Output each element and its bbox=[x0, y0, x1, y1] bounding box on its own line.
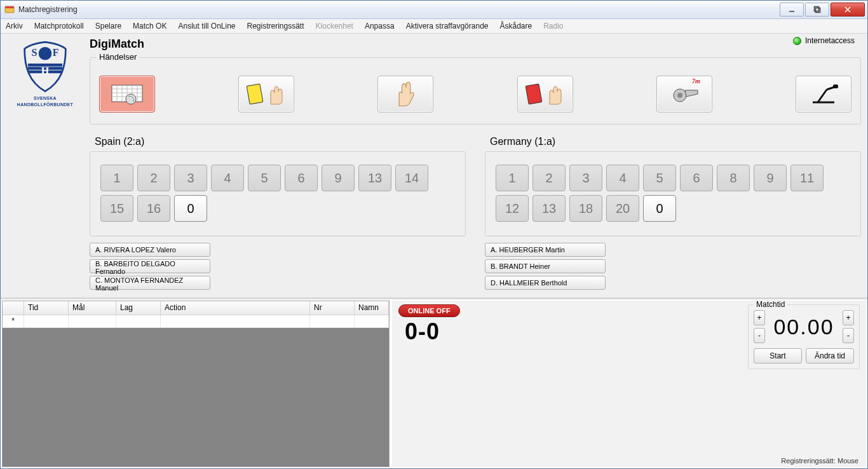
menu-anslut-till-online[interactable]: Anslut till OnLine bbox=[178, 22, 235, 31]
player-away-4[interactable]: 4 bbox=[606, 165, 639, 191]
svg-rect-1 bbox=[5, 6, 14, 8]
svg-rect-27 bbox=[833, 85, 838, 88]
svg-line-25 bbox=[818, 90, 827, 102]
menu-matchprotokoll[interactable]: Matchprotokoll bbox=[34, 22, 84, 31]
svg-text:H: H bbox=[41, 65, 50, 77]
event-other-button[interactable] bbox=[796, 76, 851, 112]
player-away-12[interactable]: 12 bbox=[496, 195, 529, 222]
menu-spelare[interactable]: Spelare bbox=[95, 22, 121, 31]
menu-registreringss-tt[interactable]: Registreringssätt bbox=[247, 22, 304, 31]
log-col-nr[interactable]: Nr bbox=[310, 301, 355, 315]
menu-klockenhet: Klockenhet bbox=[316, 22, 353, 31]
event-two-min-button[interactable] bbox=[377, 76, 433, 112]
seven-m-label: 7m bbox=[692, 78, 700, 85]
player-away-2[interactable]: 2 bbox=[532, 165, 566, 191]
logo-text-1: SVENSKA bbox=[7, 96, 83, 101]
event-seven-m-button[interactable]: 7m bbox=[656, 76, 712, 112]
log-col-mal[interactable]: Mål bbox=[69, 301, 116, 315]
start-button[interactable]: Start bbox=[754, 348, 802, 364]
menu-arkiv[interactable]: Arkiv bbox=[6, 22, 23, 31]
menu-radio: Radio bbox=[543, 22, 563, 31]
player-home-9[interactable]: 9 bbox=[322, 165, 355, 191]
menu--sk-dare[interactable]: Åskådare bbox=[499, 22, 532, 31]
event-goal-button[interactable] bbox=[99, 76, 155, 112]
federation-logo: S F H bbox=[17, 37, 74, 95]
log-col-tid[interactable]: Tid bbox=[24, 301, 69, 315]
team-away: Germany (1:a) 1234568911121318200 A. HEU… bbox=[485, 131, 861, 290]
svg-text:F: F bbox=[53, 47, 59, 58]
goal-icon bbox=[109, 83, 145, 105]
time-plus-right-button[interactable]: + bbox=[843, 310, 854, 325]
events-group: Händelser bbox=[90, 57, 861, 125]
svg-text:S: S bbox=[31, 47, 37, 58]
official-away-2[interactable]: D. HALLMEIER Berthold bbox=[485, 276, 606, 290]
events-group-label: Händelser bbox=[97, 52, 139, 62]
internet-status-icon bbox=[793, 37, 801, 45]
mic-icon bbox=[809, 83, 838, 105]
event-yellow-card-button[interactable] bbox=[238, 76, 294, 112]
official-home-0[interactable]: A. RIVERA LOPEZ Valero bbox=[90, 243, 210, 257]
menu-aktivera-straffavg-rande[interactable]: Aktivera straffavgörande bbox=[406, 22, 489, 31]
official-home-2[interactable]: C. MONTOYA FERNANDEZ Manuel bbox=[90, 276, 210, 290]
online-status-pill[interactable]: ONLINE OFF bbox=[398, 304, 460, 317]
team-away-name: Germany (1:a) bbox=[490, 136, 861, 147]
log-new-row-star: * bbox=[3, 315, 24, 328]
player-away-1[interactable]: 1 bbox=[496, 165, 529, 191]
close-button[interactable] bbox=[831, 3, 865, 17]
match-time-group: Matchtid + - 00.00 + - Start Ändra tid bbox=[748, 304, 860, 369]
svg-point-21 bbox=[126, 94, 136, 104]
player-home-2[interactable]: 2 bbox=[137, 165, 170, 191]
player-home-1[interactable]: 1 bbox=[100, 165, 133, 191]
red-card-icon bbox=[527, 83, 564, 105]
player-home-16[interactable]: 16 bbox=[137, 195, 170, 222]
svg-point-23 bbox=[677, 93, 682, 98]
log-row-new[interactable]: * bbox=[3, 315, 389, 328]
player-away-9[interactable]: 9 bbox=[754, 165, 787, 191]
player-away-5[interactable]: 5 bbox=[643, 165, 676, 191]
time-minus-left-button[interactable]: - bbox=[754, 328, 765, 343]
time-plus-left-button[interactable]: + bbox=[754, 310, 765, 325]
official-home-1[interactable]: B. BARBEITO DELGADO Fernando bbox=[90, 259, 210, 273]
player-home-4[interactable]: 4 bbox=[211, 165, 244, 191]
internet-status-label: Internetaccess bbox=[805, 36, 855, 45]
event-log: Tid Mål Lag Action Nr Namn * bbox=[2, 301, 390, 467]
svg-rect-4 bbox=[816, 8, 820, 13]
two-minute-icon bbox=[394, 79, 417, 109]
player-away-0[interactable]: 0 bbox=[643, 195, 676, 222]
player-home-14[interactable]: 14 bbox=[395, 165, 428, 191]
menu-anpassa[interactable]: Anpassa bbox=[365, 22, 395, 31]
log-col-row[interactable] bbox=[3, 301, 24, 315]
log-col-lag[interactable]: Lag bbox=[116, 301, 161, 315]
time-minus-right-button[interactable]: - bbox=[843, 328, 854, 343]
player-home-6[interactable]: 6 bbox=[285, 165, 318, 191]
player-away-6[interactable]: 6 bbox=[680, 165, 713, 191]
team-home-name: Spain (2:a) bbox=[95, 136, 466, 147]
maximize-button[interactable] bbox=[805, 3, 829, 17]
player-home-0[interactable]: 0 bbox=[174, 195, 207, 222]
match-clock: 00.00 bbox=[769, 315, 839, 339]
window-title: Matchregistrering bbox=[18, 5, 78, 14]
change-time-button[interactable]: Ändra tid bbox=[806, 348, 854, 364]
minimize-button[interactable] bbox=[780, 3, 804, 17]
whistle-icon bbox=[668, 84, 700, 105]
log-col-namn[interactable]: Namn bbox=[355, 301, 389, 315]
player-home-13[interactable]: 13 bbox=[358, 165, 391, 191]
player-away-3[interactable]: 3 bbox=[569, 165, 602, 191]
log-col-action[interactable]: Action bbox=[161, 301, 310, 315]
player-away-18[interactable]: 18 bbox=[569, 195, 602, 222]
player-away-8[interactable]: 8 bbox=[717, 165, 750, 191]
official-away-1[interactable]: B. BRANDT Heiner bbox=[485, 259, 606, 273]
registration-mode-label: Registreringssätt: Mouse bbox=[781, 457, 858, 465]
player-home-15[interactable]: 15 bbox=[100, 195, 133, 222]
title-bar: Matchregistrering bbox=[1, 1, 867, 19]
player-away-20[interactable]: 20 bbox=[606, 195, 639, 222]
player-away-11[interactable]: 11 bbox=[790, 165, 824, 191]
yellow-card-icon bbox=[248, 83, 285, 105]
official-away-0[interactable]: A. HEUBERGER Martin bbox=[485, 243, 606, 257]
player-home-3[interactable]: 3 bbox=[174, 165, 207, 191]
menu-match-ok[interactable]: Match OK bbox=[133, 22, 166, 31]
player-away-13[interactable]: 13 bbox=[532, 195, 566, 222]
event-red-card-button[interactable] bbox=[517, 76, 573, 112]
player-home-5[interactable]: 5 bbox=[248, 165, 281, 191]
match-time-label: Matchtid bbox=[754, 300, 787, 309]
